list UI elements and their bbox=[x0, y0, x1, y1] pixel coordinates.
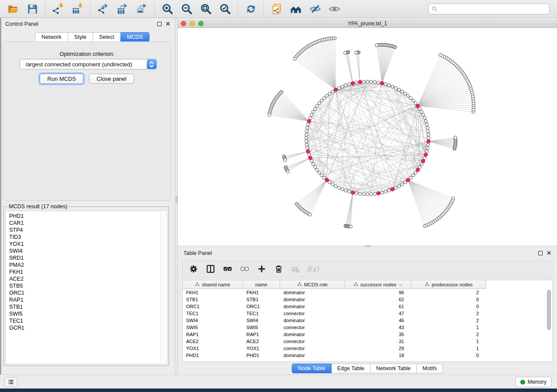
select-all-icon[interactable] bbox=[221, 262, 234, 275]
memory-button[interactable]: Memory bbox=[515, 377, 551, 387]
mcds-result-item[interactable]: GCR1 bbox=[9, 324, 167, 331]
column-header-successor-nodes[interactable]: successor nodes bbox=[345, 280, 412, 289]
mcds-result-item[interactable]: STB5 bbox=[9, 282, 167, 289]
refresh-icon[interactable] bbox=[243, 2, 258, 16]
mcds-result-item[interactable]: PHD1 bbox=[9, 213, 167, 220]
right-region: YPA_prune.txt_1 Table Panel f(x) shared … bbox=[178, 18, 557, 375]
table-cell: 1 bbox=[412, 345, 486, 352]
table-row[interactable]: ACE2ACE2connector311 bbox=[183, 338, 552, 345]
tab-edge-table[interactable]: Edge Table bbox=[332, 364, 370, 373]
float-panel-icon[interactable] bbox=[538, 251, 543, 255]
mcds-result-item[interactable]: SWI4 bbox=[9, 248, 167, 254]
table-row[interactable]: PHD1PHD1dominator180 bbox=[183, 352, 552, 359]
column-header-shared-name[interactable]: shared name bbox=[183, 280, 243, 289]
show-eye-icon[interactable] bbox=[327, 2, 342, 16]
table-row[interactable]: STB1STB1dominator620 bbox=[183, 296, 552, 303]
mcds-result-item[interactable]: CAR1 bbox=[9, 220, 167, 227]
table-cell: FKH1 bbox=[243, 289, 280, 296]
export-table-icon[interactable] bbox=[115, 2, 130, 16]
zoom-in-icon[interactable] bbox=[160, 2, 175, 16]
plus-icon[interactable] bbox=[255, 262, 268, 275]
sort-descending-icon bbox=[398, 282, 403, 287]
tab-mcds[interactable]: MCDS bbox=[121, 32, 149, 42]
table-row[interactable]: YOX1YOX1connector291 bbox=[183, 345, 552, 352]
mcds-result-item[interactable]: SRD1 bbox=[9, 254, 167, 261]
table-row[interactable]: FKH1FKH1dominator962 bbox=[183, 289, 552, 296]
mcds-result-item[interactable]: STB1 bbox=[9, 303, 167, 310]
tab-network-table[interactable]: Network Table bbox=[370, 364, 417, 373]
table-cell: PHD1 bbox=[243, 352, 280, 359]
network-window-titlebar[interactable]: YPA_prune.txt_1 bbox=[178, 19, 557, 28]
splitter-grip[interactable] bbox=[365, 245, 371, 247]
mcds-result-item[interactable]: RAP1 bbox=[9, 296, 167, 303]
search-box[interactable] bbox=[428, 3, 550, 14]
table-cell: 0 bbox=[412, 303, 486, 310]
table-scrollbar[interactable] bbox=[547, 290, 551, 360]
zoom-fit-icon[interactable] bbox=[198, 2, 213, 16]
mcds-result-item[interactable]: STP4 bbox=[9, 227, 167, 234]
tab-style[interactable]: Style bbox=[68, 32, 93, 42]
table-row[interactable]: RAP1RAP1dominator352 bbox=[183, 331, 552, 338]
table-cell: ACE2 bbox=[183, 338, 243, 345]
tab-motifs[interactable]: Motifs bbox=[417, 364, 443, 373]
columns-icon[interactable] bbox=[204, 262, 217, 275]
splitter-grip[interactable] bbox=[176, 196, 177, 203]
zoom-selected-icon[interactable] bbox=[218, 2, 232, 16]
float-panel-icon[interactable] bbox=[157, 22, 162, 26]
table-cell: ACE2 bbox=[243, 338, 280, 345]
close-panel-button[interactable]: Close panel bbox=[89, 74, 134, 84]
table-cell: SWI4 bbox=[183, 317, 243, 324]
tab-network[interactable]: Network bbox=[35, 32, 68, 42]
export-image-icon[interactable] bbox=[134, 2, 149, 16]
mcds-result-item[interactable]: FKH1 bbox=[9, 268, 167, 275]
toolbar-separator bbox=[263, 2, 264, 15]
table-cell: 43 bbox=[345, 324, 412, 331]
network-canvas[interactable] bbox=[178, 28, 557, 245]
toolbar-separator bbox=[45, 2, 45, 15]
close-panel-icon[interactable] bbox=[547, 251, 551, 255]
search-input[interactable] bbox=[439, 6, 546, 12]
export-network-icon[interactable] bbox=[96, 2, 111, 16]
mcds-result-item[interactable]: ORC1 bbox=[9, 289, 167, 296]
import-network-icon[interactable] bbox=[51, 2, 66, 16]
table-cell: dominator bbox=[280, 317, 345, 324]
mcds-result-item[interactable]: YOX1 bbox=[9, 241, 167, 248]
tab-select[interactable]: Select bbox=[93, 32, 121, 42]
table-panel-title: Table Panel bbox=[183, 250, 212, 256]
optimization-select[interactable]: largest connected component (undirected) bbox=[20, 59, 157, 69]
panel-list-button[interactable] bbox=[4, 377, 17, 387]
column-header-name[interactable]: name bbox=[243, 280, 280, 289]
folder-open-icon[interactable] bbox=[6, 2, 21, 16]
zoom-out-icon[interactable] bbox=[179, 2, 194, 16]
mcds-result-item[interactable]: SWI5 bbox=[9, 310, 167, 317]
table-row[interactable]: TEC1TEC1connector472 bbox=[183, 310, 552, 317]
save-icon[interactable] bbox=[25, 2, 40, 16]
table-row[interactable]: ORC1ORC1dominator610 bbox=[183, 303, 552, 310]
mcds-result-list[interactable]: PHD1CAR1STP4TID3YOX1SWI4SRD1PMA2FKH1ACE2… bbox=[5, 211, 167, 364]
vertical-splitter[interactable] bbox=[175, 18, 178, 375]
import-table-icon[interactable] bbox=[70, 2, 85, 16]
column-header-MCDS-role[interactable]: MCDS role bbox=[280, 280, 345, 289]
column-header-predecessor-nodes[interactable]: predecessor nodes bbox=[412, 280, 486, 289]
trash-icon[interactable] bbox=[272, 262, 285, 275]
table-cell: SWI5 bbox=[183, 324, 243, 331]
gear-icon[interactable] bbox=[187, 262, 200, 275]
mcds-result-item[interactable]: TID3 bbox=[9, 234, 167, 241]
mcds-result-item[interactable]: TEC1 bbox=[9, 317, 167, 324]
houses-icon[interactable] bbox=[288, 2, 303, 16]
network-doc-icon[interactable] bbox=[269, 2, 284, 16]
tab-node-table[interactable]: Node Table bbox=[292, 364, 332, 373]
close-panel-icon[interactable] bbox=[166, 21, 170, 26]
table-row[interactable]: SWI4SWI4dominator462 bbox=[183, 317, 552, 324]
deselect-all-icon[interactable] bbox=[238, 262, 251, 275]
scrollbar-thumb[interactable] bbox=[547, 290, 551, 330]
run-mcds-button[interactable]: Run MCDS bbox=[40, 74, 83, 84]
table-row[interactable]: SWI5SWI5connector431 bbox=[183, 324, 552, 331]
network-graph[interactable] bbox=[178, 28, 557, 245]
hide-eye-icon[interactable] bbox=[308, 2, 322, 16]
mcds-result-item[interactable]: ACE2 bbox=[9, 275, 167, 282]
mcds-result-item[interactable]: PMA2 bbox=[9, 261, 167, 268]
result-scrollbar-track[interactable] bbox=[160, 213, 166, 362]
table-cell: PHD1 bbox=[183, 352, 243, 359]
table-cell: connector bbox=[280, 345, 345, 352]
